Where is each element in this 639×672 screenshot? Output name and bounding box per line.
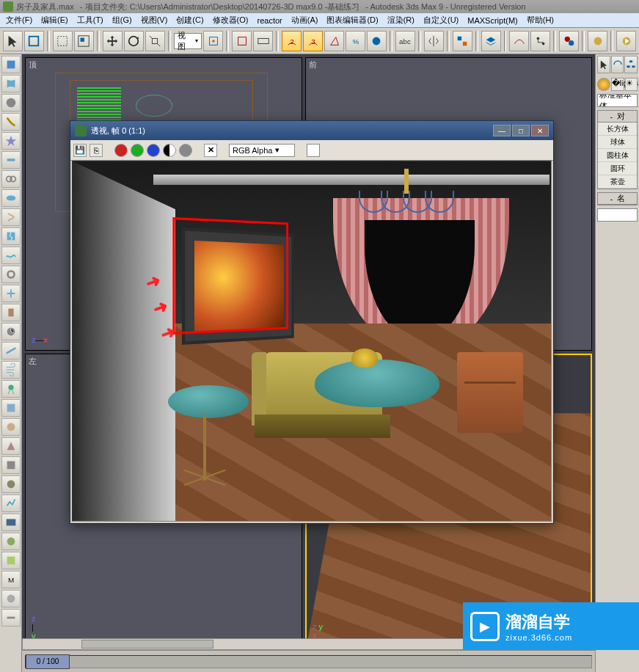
reactor-misc9-icon[interactable] [1, 609, 21, 627]
menu-file[interactable]: 文件(F) [1, 13, 37, 27]
reactor-star-icon[interactable] [1, 132, 21, 150]
menu-maxscript[interactable]: MAXScript(M) [463, 15, 522, 26]
menu-rendering[interactable]: 渲染(R) [383, 13, 419, 27]
geometry-icon[interactable] [597, 78, 610, 91]
channel-alpha-button[interactable] [163, 144, 176, 157]
reactor-analyze-icon[interactable] [1, 494, 21, 512]
channel-mono-button[interactable] [179, 144, 192, 157]
maximize-button[interactable]: □ [512, 125, 530, 136]
snap-3d-button[interactable]: 3 [303, 31, 323, 51]
modify-tab[interactable] [611, 56, 624, 73]
reactor-tool-icon[interactable] [1, 151, 21, 169]
mirror-button[interactable] [424, 31, 444, 51]
reactor-box-icon[interactable] [1, 56, 21, 73]
pivot-button[interactable] [203, 31, 223, 51]
menu-graph[interactable]: 图表编辑器(D) [322, 13, 382, 27]
percent-snap-button[interactable]: % [346, 31, 365, 51]
menu-group[interactable]: 组(G) [108, 13, 136, 27]
save-image-button[interactable]: 💾 [73, 144, 87, 157]
reactor-constraint-icon[interactable] [1, 285, 21, 302]
color-swatch[interactable] [307, 144, 320, 157]
reactor-spring-icon[interactable] [1, 208, 21, 226]
layer-button[interactable] [481, 31, 501, 51]
reactor-rope-icon[interactable] [1, 113, 21, 131]
reference-coord-dropdown[interactable]: 视图 ▾ [174, 33, 202, 49]
keyboard-shortcut-button[interactable] [253, 31, 273, 51]
create-tab[interactable] [597, 56, 610, 73]
render-window-titlebar[interactable]: 透视, 帧 0 (1:1) — □ ✕ [70, 121, 553, 140]
reactor-misc2-icon[interactable] [1, 418, 21, 436]
reactor-water-icon[interactable] [1, 246, 21, 264]
rollout-header[interactable]: - 名 [598, 193, 637, 205]
align-button[interactable] [453, 31, 472, 51]
reactor-create-icon[interactable] [1, 533, 21, 550]
named-selection-button[interactable]: abc [395, 31, 415, 51]
reactor-toy-icon[interactable] [1, 380, 21, 398]
reactor-plane-icon[interactable] [1, 342, 21, 359]
select-manipulate-button[interactable] [232, 31, 252, 51]
channel-green-button[interactable] [131, 144, 144, 157]
reactor-cloth-icon[interactable] [1, 75, 21, 92]
object-name-input[interactable] [597, 208, 638, 222]
channel-dropdown[interactable]: RGB Alpha ▾ [229, 144, 295, 157]
close-button[interactable]: ✕ [531, 125, 549, 136]
menu-create[interactable]: 创建(C) [172, 13, 208, 27]
select-rect-button[interactable] [53, 31, 73, 51]
select-window-button[interactable] [74, 31, 94, 51]
render-scene-button[interactable] [588, 31, 607, 51]
reactor-misc6-icon[interactable] [1, 552, 21, 569]
timeline-slider[interactable]: 0 / 100 [25, 655, 592, 668]
reactor-dashpot-icon[interactable] [1, 304, 21, 321]
menu-views[interactable]: 视图(V) [136, 13, 172, 27]
scrollbar-thumb[interactable] [81, 640, 213, 649]
schematic-button[interactable] [530, 31, 550, 51]
curve-editor-button[interactable] [509, 31, 529, 51]
rotate-button[interactable] [124, 31, 144, 51]
menu-reactor[interactable]: reactor [253, 15, 287, 26]
timeline-frame-indicator[interactable]: 0 / 100 [26, 654, 70, 669]
reactor-gear-icon[interactable] [1, 266, 21, 283]
select-cursor-button[interactable] [3, 31, 23, 51]
reactor-misc7-icon[interactable]: M [1, 571, 21, 588]
reactor-misc4-icon[interactable] [1, 456, 21, 474]
primitive-teapot[interactable]: 茶壶 [598, 175, 637, 189]
menu-animation[interactable]: 动画(A) [287, 13, 323, 27]
rollout-header[interactable]: - 对 [598, 111, 637, 123]
primitive-box[interactable]: 长方体 [598, 123, 637, 136]
reactor-wind-icon[interactable] [1, 361, 21, 379]
primitive-sphere[interactable]: 球体 [598, 136, 637, 149]
menu-tools[interactable]: 工具(T) [73, 13, 108, 27]
snap-2d-button[interactable]: 2 [282, 31, 302, 51]
shapes-icon[interactable]: �lights [611, 78, 624, 91]
reactor-misc3-icon[interactable] [1, 437, 21, 455]
category-dropdown[interactable]: 标准基本体 [597, 94, 638, 107]
reactor-preview-icon[interactable] [1, 514, 21, 531]
menu-edit[interactable]: 编辑(E) [37, 13, 73, 27]
reactor-sphere-icon[interactable] [1, 94, 21, 112]
reactor-misc8-icon[interactable] [1, 590, 21, 607]
menu-customize[interactable]: 自定义(U) [419, 13, 463, 27]
primitive-torus[interactable]: 圆环 [598, 162, 637, 175]
angle-snap-button[interactable] [324, 31, 344, 51]
quick-render-button[interactable] [616, 31, 636, 51]
reactor-disk-icon[interactable] [1, 189, 21, 207]
minimize-button[interactable]: — [493, 125, 511, 136]
menu-modifiers[interactable]: 修改器(O) [208, 13, 253, 27]
reactor-fracture-icon[interactable] [1, 227, 21, 245]
spinner-snap-button[interactable] [367, 31, 387, 51]
menu-help[interactable]: 帮助(H) [522, 13, 558, 27]
channel-red-button[interactable] [114, 144, 128, 157]
select-object-button[interactable] [24, 31, 44, 51]
reactor-motor-icon[interactable] [1, 323, 21, 340]
clone-button[interactable]: ⎘ [90, 144, 103, 157]
hierarchy-tab[interactable] [624, 56, 638, 73]
reactor-misc5-icon[interactable] [1, 475, 21, 493]
lights-icon[interactable]: ☀ [625, 78, 638, 91]
clear-button[interactable]: ✕ [204, 144, 217, 157]
reactor-chain-icon[interactable] [1, 170, 21, 188]
move-button[interactable] [103, 31, 123, 51]
material-editor-button[interactable] [559, 31, 579, 51]
primitive-cylinder[interactable]: 圆柱体 [598, 149, 637, 162]
channel-blue-button[interactable] [147, 144, 160, 157]
scale-button[interactable] [145, 31, 165, 51]
